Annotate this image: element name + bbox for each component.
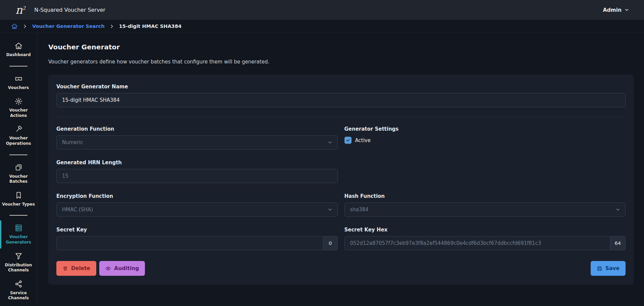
sidebar-item-voucher-actions[interactable]: Voucher Actions — [0, 94, 37, 122]
secret-key-input[interactable] — [56, 236, 323, 250]
auditing-button[interactable]: Auditing — [99, 261, 145, 276]
secret-key-hex-group: Secret Key Hex 64 — [344, 227, 626, 250]
encryption-function-value: HMAC (SHA) — [62, 207, 93, 213]
sidebar-divider — [9, 66, 28, 67]
bookmark-icon — [14, 191, 23, 200]
chevron-right-icon — [23, 24, 27, 29]
funnel-icon — [14, 252, 23, 260]
breadcrumb-separator — [110, 24, 114, 29]
form-divider — [56, 117, 626, 117]
share-icon — [14, 280, 23, 288]
generated-hrn-length-input[interactable] — [56, 169, 338, 183]
main-content: Voucher Generator Voucher generators def… — [37, 33, 644, 306]
voucher-generator-form-card: Voucher Generator Name Generation Functi… — [48, 75, 634, 285]
admin-menu-label: Admin — [603, 7, 622, 13]
breadcrumb: Voucher Generator Search 15-digit HMAC S… — [0, 20, 644, 33]
ticket-icon — [14, 75, 23, 83]
encryption-function-label: Encryption Function — [56, 193, 338, 199]
chevron-down-icon — [327, 140, 333, 145]
active-checkbox[interactable] — [344, 137, 352, 144]
home-icon — [14, 42, 23, 50]
chevron-down-icon — [615, 207, 621, 212]
breadcrumb-current: 15-digit HMAC SHA384 — [119, 24, 181, 29]
breadcrumb-home-link[interactable] — [11, 23, 18, 30]
gavel-icon — [14, 125, 23, 133]
hash-function-group: Hash Function sha384 — [344, 193, 626, 217]
generator-settings-label: Generator Settings — [344, 126, 626, 132]
chevron-down-icon — [327, 207, 333, 212]
generation-function-select[interactable]: Numeric — [56, 135, 338, 149]
sidebar-item-voucher-generators[interactable]: Voucher Generators — [0, 220, 37, 248]
secret-key-group: Secret Key 0 — [56, 227, 338, 250]
sidebar-item-distribution-channels[interactable]: Distribution Channels — [0, 249, 37, 276]
chevron-down-icon — [624, 7, 629, 12]
app-logo: n2 — [15, 4, 25, 15]
sidebar-item-service-channels[interactable]: Service Channels — [0, 276, 37, 304]
secret-key-label: Secret Key — [56, 227, 338, 233]
secret-key-counter: 0 — [323, 236, 338, 250]
server-icon — [14, 224, 23, 232]
generated-hrn-length-label: Generated HRN Length — [56, 160, 338, 166]
secret-key-hex-counter: 64 — [610, 236, 626, 250]
checkmark-icon — [346, 138, 350, 142]
gear-icon — [14, 97, 23, 105]
generation-function-value: Numeric — [62, 139, 83, 145]
eye-icon — [105, 266, 111, 271]
generated-hrn-length-group: Generated HRN Length — [56, 160, 338, 183]
breadcrumb-separator — [23, 24, 27, 29]
sidebar-divider — [9, 155, 28, 155]
hash-function-label: Hash Function — [344, 193, 626, 199]
copy-icon — [14, 163, 23, 172]
app-title: N-Squared Voucher Server — [34, 7, 105, 13]
sidebar-item-dashboard[interactable]: Dashboard — [0, 38, 37, 61]
trash-icon — [62, 266, 68, 271]
encryption-function-select[interactable]: HMAC (SHA) — [56, 203, 338, 217]
hash-function-select[interactable]: sha384 — [344, 203, 626, 217]
sidebar-item-voucher-operations[interactable]: Voucher Operations — [0, 122, 37, 149]
generation-function-group: Generation Function Numeric — [56, 126, 338, 149]
sidebar: Dashboard Vouchers Voucher Actions Vouch… — [0, 33, 37, 306]
sidebar-item-voucher-types[interactable]: Voucher Types — [0, 188, 37, 211]
active-checkbox-label: Active — [355, 137, 371, 143]
chevron-right-icon — [110, 24, 114, 29]
generator-settings-group: Generator Settings Active — [344, 126, 626, 149]
voucher-generator-name-group: Voucher Generator Name — [56, 84, 626, 107]
sidebar-item-voucher-batches[interactable]: Voucher Batches — [0, 160, 37, 188]
sidebar-item-vouchers[interactable]: Vouchers — [0, 71, 37, 94]
encryption-function-group: Encryption Function HMAC (SHA) — [56, 193, 338, 217]
secret-key-hex-input[interactable] — [344, 236, 610, 250]
hash-function-value: sha384 — [350, 207, 369, 213]
delete-button[interactable]: Delete — [56, 261, 96, 276]
save-button[interactable]: Save — [591, 261, 626, 276]
save-icon — [597, 266, 602, 271]
voucher-generator-name-label: Voucher Generator Name — [56, 84, 626, 90]
admin-menu[interactable]: Admin — [603, 7, 629, 13]
home-icon — [11, 23, 18, 30]
breadcrumb-link-voucher-generator-search[interactable]: Voucher Generator Search — [32, 24, 105, 29]
generation-function-label: Generation Function — [56, 126, 338, 132]
sidebar-divider — [9, 215, 28, 216]
page-description: Voucher generators define how voucher ba… — [48, 59, 634, 65]
secret-key-hex-label: Secret Key Hex — [344, 227, 626, 233]
voucher-generator-name-input[interactable] — [56, 93, 626, 107]
form-actions: Delete Auditing Save — [56, 261, 626, 276]
app-header: n2 N-Squared Voucher Server Admin — [0, 0, 644, 20]
page-title: Voucher Generator — [48, 43, 634, 51]
